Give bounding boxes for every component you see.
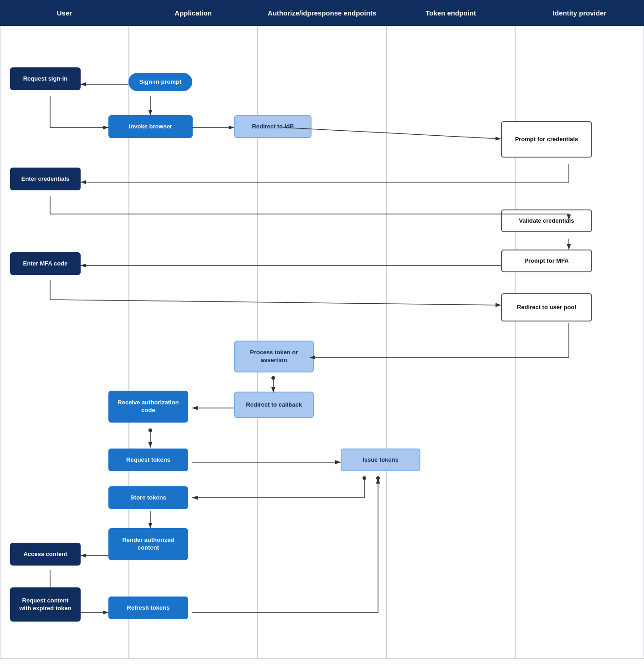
col-header-authorize: Authorize/idpresponse endpoints — [258, 0, 387, 26]
diagram-container: User Application Authorize/idpresponse e… — [0, 0, 644, 668]
validate-credentials-node: Validate credentials — [501, 209, 592, 232]
enter-credentials-node: Enter credentials — [10, 168, 81, 190]
access-content-node: Access content — [10, 543, 81, 566]
store-tokens-node: Store tokens — [108, 486, 188, 509]
signin-prompt-node: Sign-in prompt — [128, 73, 192, 91]
issue-tokens-node: Issue tokens — [341, 449, 420, 471]
render-authorized-node: Render authorized content — [108, 528, 188, 560]
request-signin-node: Request sign-in — [10, 67, 81, 90]
col-header-application: Application — [129, 0, 258, 26]
process-token-node: Process token or assertion — [234, 341, 314, 372]
invoke-browser-node: Invoke browser — [108, 115, 193, 138]
col-header-user: User — [0, 0, 129, 26]
request-tokens-node: Request tokens — [108, 449, 188, 471]
enter-mfa-node: Enter MFA code — [10, 252, 81, 275]
redirect-callback-node: Redirect to callback — [234, 392, 314, 418]
receive-auth-code-node: Receive authorization code — [108, 391, 188, 423]
lane-token — [386, 26, 515, 659]
prompt-credentials-node: Prompt for credentials — [501, 121, 592, 158]
col-header-token: Token endpoint — [386, 0, 515, 26]
request-expired-node: Request content with expired token — [10, 587, 81, 622]
refresh-tokens-node: Refresh tokens — [108, 597, 188, 619]
col-header-identity: Identity provider — [515, 0, 644, 26]
column-headers: User Application Authorize/idpresponse e… — [0, 0, 644, 26]
prompt-mfa-node: Prompt for MFA — [501, 250, 592, 272]
redirect-user-pool-node: Redirect to user pool — [501, 293, 592, 321]
redirect-idp-node: Redirect to IdP — [234, 115, 312, 138]
